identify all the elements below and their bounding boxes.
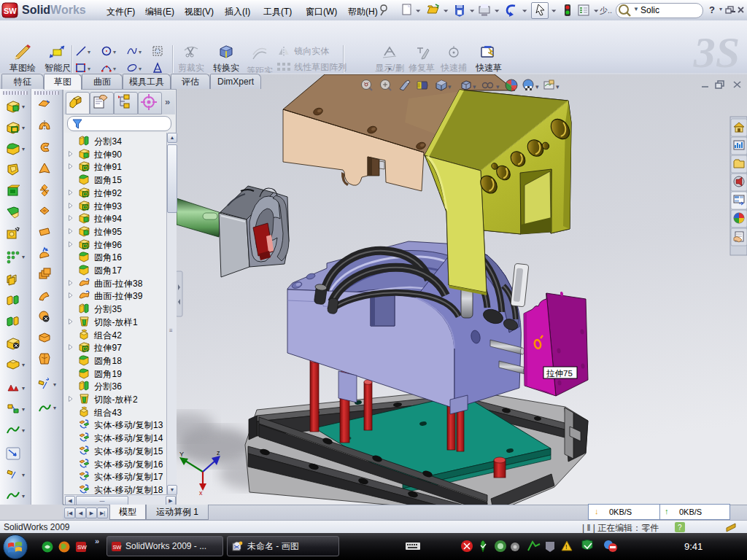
svg-text:SW: SW — [77, 544, 87, 551]
svg-text:▾: ▾ — [473, 83, 476, 90]
svg-text:z: z — [217, 449, 220, 456]
svg-text:x: x — [199, 489, 203, 497]
svg-text:?: ? — [678, 524, 682, 532]
svg-text:SW: SW — [112, 544, 121, 551]
svg-text:拉伸75: 拉伸75 — [546, 369, 573, 378]
svg-text:▾: ▾ — [535, 83, 539, 90]
svg-text:▾: ▾ — [556, 83, 560, 90]
svg-text:▾: ▾ — [496, 83, 500, 90]
svg-text:Y: Y — [179, 451, 184, 458]
svg-text:!: ! — [565, 543, 568, 551]
svg-text:▾: ▾ — [448, 83, 452, 90]
svg-text:SW: SW — [4, 7, 17, 15]
